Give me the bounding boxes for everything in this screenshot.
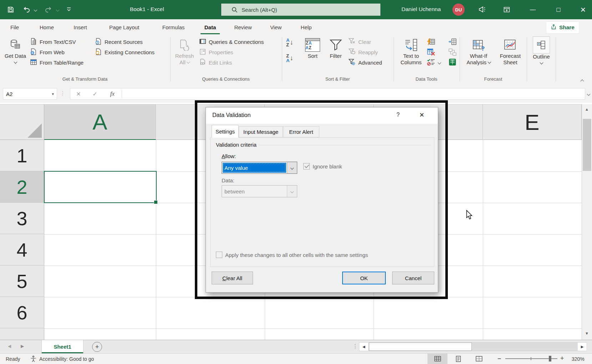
advanced-filter-button[interactable]: Advanced xyxy=(348,57,382,67)
sheet-nav-right-icon[interactable]: ▶ xyxy=(21,344,24,349)
zoom-out-button[interactable]: − xyxy=(497,355,501,363)
row-header-3[interactable]: 3 xyxy=(0,203,44,234)
maximize-button[interactable]: □ xyxy=(550,0,567,19)
insert-function-icon[interactable]: fx xyxy=(103,90,122,97)
new-sheet-button[interactable]: + xyxy=(92,342,102,352)
zoom-level[interactable]: 320% xyxy=(572,356,585,362)
clear-all-button[interactable]: Clear All xyxy=(212,272,253,284)
data-dropdown-button[interactable] xyxy=(287,186,297,197)
existing-connections-button[interactable]: Existing Connections xyxy=(95,47,155,57)
row-header-partial[interactable] xyxy=(0,328,44,340)
row-header-1[interactable]: 1 xyxy=(0,140,44,171)
page-break-view-button[interactable] xyxy=(469,354,489,364)
tab-view[interactable]: View xyxy=(268,19,284,35)
tab-insert[interactable]: Insert xyxy=(71,19,90,35)
accessibility-status[interactable]: Accessibility: Good to go xyxy=(39,356,94,362)
sheet-nav-left-icon[interactable]: ◀ xyxy=(8,344,11,349)
minimize-button[interactable]: — xyxy=(524,0,542,19)
remove-duplicates-icon[interactable] xyxy=(427,48,435,58)
dialog-tab-error-alert[interactable]: Error Alert xyxy=(283,126,319,137)
sort-za-button[interactable]: ZA↓ xyxy=(286,54,293,63)
tab-help[interactable]: Help xyxy=(298,19,315,35)
dialog-close-icon[interactable]: ✕ xyxy=(419,111,424,119)
what-if-analysis-button[interactable]: ? What-If Analysis xyxy=(462,37,495,66)
from-web-button[interactable]: From Web xyxy=(30,47,65,57)
dialog-tab-input-message[interactable]: Input Message xyxy=(239,126,283,137)
scroll-down-icon[interactable]: ▼ xyxy=(585,331,589,335)
vertical-scrollbar-thumb[interactable] xyxy=(583,119,591,171)
tab-review[interactable]: Review xyxy=(232,19,254,35)
page-layout-view-button[interactable] xyxy=(448,354,468,364)
customize-qat-icon[interactable] xyxy=(66,6,72,12)
announcement-icon[interactable] xyxy=(478,6,486,14)
search-input[interactable]: Search (Alt+Q) xyxy=(221,4,380,16)
data-dropdown[interactable]: between xyxy=(222,185,297,197)
sheet-tab-sheet1[interactable]: Sheet1 xyxy=(41,340,84,353)
horizontal-scrollbar-thumb[interactable] xyxy=(369,343,472,351)
flash-fill-icon[interactable] xyxy=(427,38,435,48)
column-header-a[interactable]: A xyxy=(44,104,156,140)
row-header-2[interactable]: 2 xyxy=(0,171,44,203)
redo-dropdown-icon[interactable] xyxy=(56,8,60,12)
filter-button[interactable]: Filter xyxy=(325,37,346,59)
name-box-dropdown-icon[interactable]: ▾ xyxy=(52,92,54,96)
cancel-entry-icon[interactable]: ✕ xyxy=(70,91,87,97)
ignore-blank-checkbox[interactable] xyxy=(303,163,310,170)
edit-links-button[interactable]: Edit Links xyxy=(199,57,232,67)
scroll-up-icon[interactable]: ▲ xyxy=(585,107,589,111)
consolidate-icon[interactable] xyxy=(448,38,457,48)
tab-formulas[interactable]: Formulas xyxy=(158,19,188,35)
relationships-icon[interactable] xyxy=(448,48,457,58)
collapse-ribbon-icon[interactable] xyxy=(581,80,584,83)
zoom-in-button[interactable]: + xyxy=(560,355,564,362)
avatar[interactable]: DU xyxy=(452,4,465,16)
outline-button[interactable]: Outline xyxy=(531,36,552,64)
user-name[interactable]: Daniel Uchenna xyxy=(401,6,441,12)
hscroll-right-icon[interactable]: ▶ xyxy=(578,343,587,351)
selected-cell-a2[interactable] xyxy=(44,171,157,203)
refresh-all-button[interactable]: Refresh All xyxy=(173,37,196,66)
tab-page-layout[interactable]: Page Layout xyxy=(107,19,141,35)
data-validation-dropdown-icon[interactable] xyxy=(438,61,441,65)
accessibility-icon[interactable] xyxy=(30,355,37,363)
sort-button[interactable]: ZAAZ Sort xyxy=(302,37,323,59)
cancel-button[interactable]: Cancel xyxy=(392,272,434,284)
tab-scrollbar-splitter[interactable]: ⋮ xyxy=(353,343,358,349)
expand-formula-bar-icon[interactable] xyxy=(587,92,591,96)
tab-file[interactable]: File xyxy=(6,19,23,35)
ok-button[interactable]: OK xyxy=(342,272,386,284)
confirm-entry-icon[interactable]: ✓ xyxy=(87,91,103,97)
undo-dropdown-icon[interactable] xyxy=(34,8,37,12)
close-button[interactable]: ✕ xyxy=(574,0,592,19)
row-header-6[interactable]: 6 xyxy=(0,297,44,328)
redo-icon[interactable] xyxy=(44,6,52,14)
from-table-range-button[interactable]: From Table/Range xyxy=(30,57,84,67)
column-header-e[interactable]: E xyxy=(483,104,582,140)
row-header-5[interactable]: 5 xyxy=(0,266,44,297)
tab-data[interactable]: Data xyxy=(201,19,219,35)
text-to-columns-button[interactable]: Text to Columns xyxy=(396,37,426,66)
clear-filter-button[interactable]: Clear xyxy=(348,37,371,47)
name-box[interactable]: A2 ▾ xyxy=(3,88,57,100)
apply-changes-checkbox[interactable] xyxy=(216,252,222,258)
data-validation-icon[interactable] xyxy=(427,58,435,68)
fill-handle[interactable] xyxy=(154,200,158,204)
sort-az-button[interactable]: AZ↓ xyxy=(286,38,293,47)
zoom-slider-thumb[interactable] xyxy=(549,356,551,362)
dialog-tab-settings[interactable]: Settings xyxy=(212,125,239,138)
properties-button[interactable]: Properties xyxy=(199,47,233,57)
recent-sources-button[interactable]: Recent Sources xyxy=(95,37,143,47)
tab-home[interactable]: Home xyxy=(36,19,57,35)
allow-dropdown[interactable]: Any value xyxy=(222,162,297,174)
undo-icon[interactable] xyxy=(23,6,31,14)
dialog-help-icon[interactable]: ? xyxy=(396,112,400,118)
queries-connections-button[interactable]: Queries & Connections xyxy=(199,37,264,47)
data-model-icon[interactable] xyxy=(448,58,457,68)
dialog-caption[interactable]: Data Validation ? ✕ xyxy=(206,107,438,124)
allow-dropdown-button[interactable] xyxy=(287,162,297,173)
ribbon-display-options-icon[interactable] xyxy=(503,6,510,13)
share-button[interactable]: Share xyxy=(546,21,579,34)
from-text-csv-button[interactable]: From Text/CSV xyxy=(30,37,76,47)
save-icon[interactable] xyxy=(7,6,14,13)
normal-view-button[interactable] xyxy=(427,354,447,364)
